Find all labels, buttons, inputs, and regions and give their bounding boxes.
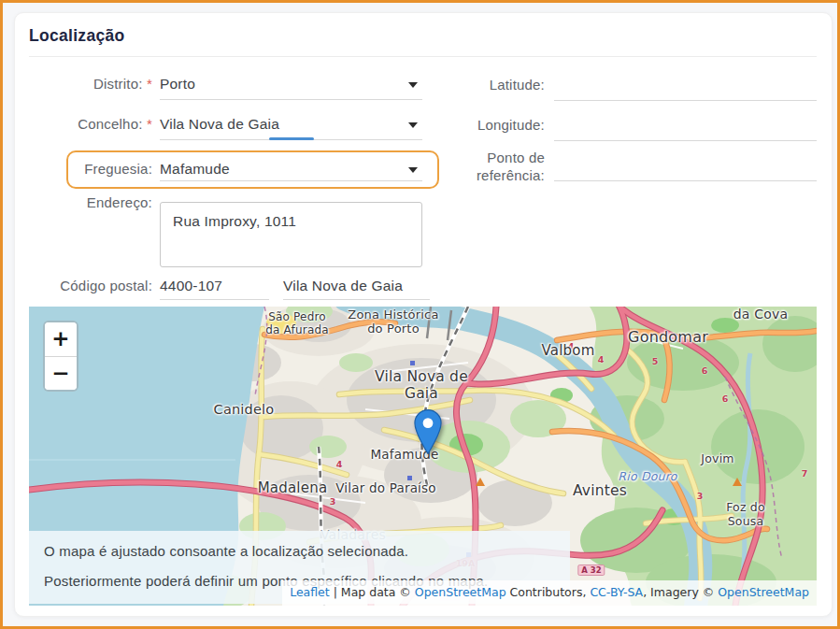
ccbysa-link[interactable]: CC-BY-SA — [590, 585, 643, 599]
zoom-in-button[interactable]: + — [45, 322, 77, 356]
required-asterisk: * — [147, 116, 152, 132]
postal-locality-underline — [283, 299, 430, 300]
window: Localização Distrito: * Porto Concelho: … — [0, 0, 840, 629]
freguesia-select-value[interactable]: Mafamude — [160, 161, 230, 178]
attribution-text: , Imagery © — [643, 585, 718, 599]
map-zoom-control: + − — [43, 321, 78, 392]
road-shield: 4 — [598, 354, 605, 365]
map-message-line1: O mapa é ajustado consoante a localizaçã… — [44, 541, 555, 561]
road-shield: 4 — [336, 459, 343, 469]
road-shield: 3 — [330, 496, 336, 507]
concelho-focus-indicator — [269, 137, 314, 140]
map-label-avintes: Avintes — [573, 482, 627, 499]
leaflet-link[interactable]: Leaflet — [290, 585, 330, 599]
map-label-canidelo: Canidelo — [214, 402, 275, 417]
distrito-underline — [160, 99, 422, 100]
freguesia-underline — [160, 180, 422, 181]
postal-locality-input[interactable]: Vila Nova de Gaia — [283, 278, 403, 294]
distrito-select-value[interactable]: Porto — [160, 76, 195, 93]
endereco-label: Endereço: — [3, 194, 152, 210]
map-label-gondomar: Gondomar — [628, 328, 708, 346]
map-label-vila-nova-de-gaia: Vila Nova de Gaia — [375, 368, 468, 402]
map-label-zona-historica-do-porto: Zona Histórica do Porto — [348, 307, 438, 336]
road-shield: 7 — [802, 468, 808, 479]
map-label-madalena: Madalena — [258, 479, 328, 496]
map-label-rio-douro: Rio Douro — [618, 469, 676, 483]
map-attribution: Leaflet | Map data © OpenStreetMap Contr… — [282, 580, 817, 606]
map-label-jovim: Jovim — [701, 451, 733, 465]
distrito-label: Distrito: * — [3, 76, 152, 92]
title-divider — [29, 56, 817, 57]
required-asterisk: * — [147, 76, 152, 92]
openstreetmap-link[interactable]: OpenStreetMap — [718, 585, 809, 599]
road-shield-a32: A 32 — [577, 565, 605, 576]
campsite-icon — [733, 478, 742, 486]
ponto-referencia-underline — [554, 180, 817, 181]
codigo-postal-label: Código postal: — [3, 278, 152, 293]
road-shield: 5 — [652, 356, 659, 366]
attribution-text: | Map data © — [330, 585, 415, 599]
attribution-text: Contributors, — [506, 585, 591, 599]
map-label-da-cova: da Cova — [733, 307, 789, 322]
longitude-label: Longitude: — [405, 116, 545, 134]
concelho-label: Concelho: * — [3, 116, 152, 132]
ponto-referencia-label: Ponto de referência: — [405, 149, 545, 184]
freguesia-label: Freguesia: — [3, 161, 152, 177]
road-shield: 6 — [722, 393, 729, 404]
campsite-icon — [476, 478, 485, 486]
openstreetmap-link[interactable]: OpenStreetMap — [415, 585, 506, 599]
map-label-vilar-do-paraiso: Vilar do Paraíso — [335, 480, 436, 495]
road-shield: 6 — [702, 365, 708, 376]
zoom-out-button[interactable]: − — [45, 356, 77, 390]
codigo-postal-input[interactable]: 4400-107 — [160, 278, 222, 294]
concelho-select-value[interactable]: Vila Nova de Gaia — [160, 116, 279, 133]
map-label-sao-pedro-da-afurada: São Pedro da Afurada — [265, 310, 329, 336]
longitude-underline — [554, 140, 817, 141]
page-title: Localização — [29, 26, 125, 46]
leaflet-map[interactable]: São Pedro da Afurada Zona Histórica do P… — [29, 307, 817, 606]
latitude-label: Latitude: — [405, 76, 545, 93]
poi-marker — [410, 361, 415, 365]
road-shield: 3 — [697, 491, 704, 501]
codigo-postal-underline — [160, 299, 269, 300]
latitude-underline — [554, 100, 817, 101]
map-label-valbom: Valbom — [542, 342, 595, 359]
map-label-foz-do-sousa: Foz do Sousa — [710, 500, 781, 528]
endereco-textarea[interactable]: Rua Improxy, 1011 — [160, 202, 422, 267]
